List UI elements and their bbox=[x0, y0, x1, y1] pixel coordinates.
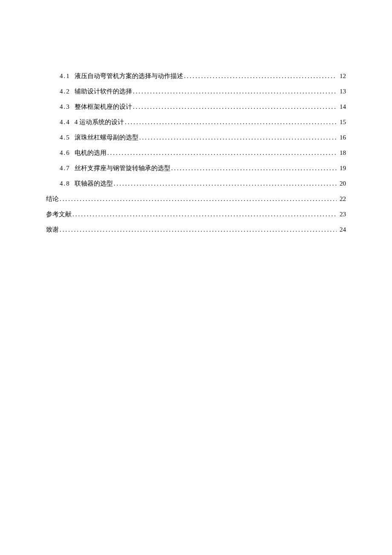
toc-leader-dots bbox=[133, 99, 337, 114]
toc-entry: 致谢24 bbox=[46, 222, 346, 237]
toc-entry-title: 电机的选用 bbox=[75, 145, 107, 160]
toc-entry-title: 辅助设计软件的选择 bbox=[75, 84, 132, 99]
toc-entry: 4.7丝杆支撑座与钢管旋转轴承的选型19 bbox=[46, 160, 346, 176]
toc-entry: 4.8联轴器的选型20 bbox=[46, 176, 346, 191]
toc-entry: 结论22 bbox=[46, 191, 346, 206]
toc-leader-dots bbox=[184, 68, 337, 84]
toc-entry-title: 参考文献 bbox=[46, 206, 72, 222]
toc-entry-page: 22 bbox=[337, 191, 346, 206]
toc-leader-dots bbox=[60, 222, 337, 237]
toc-entry-title: 联轴器的选型 bbox=[75, 176, 113, 191]
toc-entry: 4.5滚珠丝杠螺母副的选型16 bbox=[46, 130, 346, 145]
toc-entry-number: 4.8 bbox=[60, 176, 70, 191]
toc-entry: 4.44 运动系统的设计15 bbox=[46, 114, 346, 130]
toc-leader-dots bbox=[107, 145, 337, 160]
toc-entry-page: 19 bbox=[337, 160, 346, 176]
toc-entry-page: 12 bbox=[337, 68, 346, 84]
toc-leader-dots bbox=[114, 176, 337, 191]
toc-list: 4.1液压自动弯管机方案的选择与动作描述124.2辅助设计软件的选择134.3整… bbox=[46, 68, 346, 237]
toc-entry-title: 整体框架机座的设计 bbox=[75, 99, 132, 114]
toc-entry: 4.6电机的选用18 bbox=[46, 145, 346, 160]
toc-entry-number: 4.1 bbox=[60, 68, 70, 84]
toc-entry: 4.1液压自动弯管机方案的选择与动作描述12 bbox=[46, 68, 346, 84]
toc-entry: 参考文献23 bbox=[46, 206, 346, 222]
toc-leader-dots bbox=[133, 84, 337, 99]
toc-entry-page: 24 bbox=[337, 222, 346, 237]
toc-leader-dots bbox=[171, 160, 337, 176]
toc-entry-page: 16 bbox=[337, 130, 346, 145]
toc-entry-number: 4.6 bbox=[60, 145, 70, 160]
toc-entry: 4.2辅助设计软件的选择13 bbox=[46, 84, 346, 99]
toc-entry-number: 4.3 bbox=[60, 99, 70, 114]
toc-entry-page: 20 bbox=[337, 176, 346, 191]
toc-entry-number: 4.5 bbox=[60, 130, 70, 145]
toc-entry-number: 4.4 bbox=[60, 114, 70, 130]
toc-entry-page: 23 bbox=[337, 206, 346, 222]
toc-entry-title: 结论 bbox=[46, 191, 59, 206]
toc-entry-page: 13 bbox=[337, 84, 346, 99]
toc-leader-dots bbox=[125, 114, 337, 130]
toc-entry-page: 15 bbox=[337, 114, 346, 130]
toc-leader-dots bbox=[139, 130, 337, 145]
toc-entry-number: 4.2 bbox=[60, 84, 70, 99]
toc-entry-title: 滚珠丝杠螺母副的选型 bbox=[75, 130, 138, 145]
toc-leader-dots bbox=[60, 191, 337, 206]
toc-entry-title: 丝杆支撑座与钢管旋转轴承的选型 bbox=[75, 160, 170, 176]
toc-entry-title: 液压自动弯管机方案的选择与动作描述 bbox=[75, 68, 183, 84]
toc-entry: 4.3整体框架机座的设计14 bbox=[46, 99, 346, 114]
toc-entry-number: 4.7 bbox=[60, 160, 70, 176]
toc-leader-dots bbox=[72, 206, 337, 222]
toc-entry-page: 14 bbox=[337, 99, 346, 114]
toc-entry-title: 致谢 bbox=[46, 222, 59, 237]
toc-entry-title: 4 运动系统的设计 bbox=[75, 114, 124, 130]
toc-entry-page: 18 bbox=[337, 145, 346, 160]
